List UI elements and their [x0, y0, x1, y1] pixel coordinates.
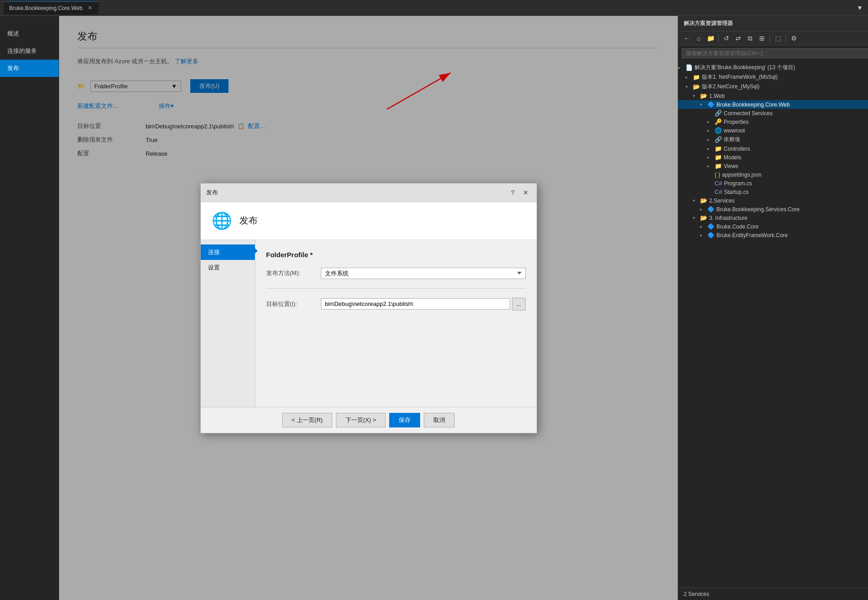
- project-web-label: Bruke.Bookkeeping.Core.Web: [716, 102, 790, 108]
- sidebar-item-overview[interactable]: 概述: [0, 25, 59, 42]
- browse-button[interactable]: ...: [512, 298, 526, 310]
- sidebar-item-connected-services[interactable]: 连接的服务: [0, 42, 59, 60]
- tree-solution-root[interactable]: ▸ 📄 解决方案'Bruke.Bookkeeping' (13 个项目): [678, 63, 868, 72]
- search-input[interactable]: [682, 48, 868, 58]
- dialog-close-button[interactable]: ✕: [520, 187, 531, 198]
- main-content: 发布 将应用发布到 Azure 或另一台主机。 了解更多 📁 FolderPro…: [59, 16, 678, 600]
- target-dir-label: 目标位置(I):: [266, 300, 321, 308]
- dropdown-btn[interactable]: ▼: [855, 3, 864, 12]
- code-core-label: Bruke.Code.Core: [716, 224, 759, 230]
- dialog-nav-connect[interactable]: 连接: [201, 244, 255, 260]
- home-btn[interactable]: ⌂: [694, 33, 704, 43]
- controllers-label: Controllers: [724, 146, 750, 152]
- wwwroot-label: wwwroot: [724, 127, 745, 134]
- project-icon: 🔷: [707, 101, 715, 108]
- tab-close-btn[interactable]: ✕: [86, 5, 93, 12]
- prog-expand-icon: [707, 181, 715, 186]
- tree-wwwroot[interactable]: ▸ 🌐 wwwroot: [678, 126, 868, 135]
- tree-program[interactable]: C# Program.cs: [678, 179, 868, 188]
- form-section-title: FolderProfile *: [266, 251, 526, 259]
- props-folder-icon: 🔑: [715, 118, 722, 125]
- dialog-form: FolderProfile * 发布方法(M): 文件系统 FTP Web 部署: [255, 240, 537, 407]
- app-expand-icon: [707, 172, 715, 177]
- views-icon: 📁: [715, 163, 722, 169]
- v2-folder-icon: 📂: [693, 83, 700, 90]
- solution-label: 解决方案'Bruke.Bookkeeping' (13 个项目): [695, 64, 795, 71]
- cs-startup-icon: C#: [715, 188, 722, 195]
- panel-header: 解决方案资源管理器: [678, 16, 868, 31]
- v1-folder-icon: 📁: [693, 74, 700, 81]
- tree-version2[interactable]: ▾ 📂 版本2.NetCore_(MySql): [678, 82, 868, 92]
- globe-icon: 🌐: [212, 211, 232, 230]
- title-bar-right: ▼: [855, 3, 864, 12]
- dialog-nav-settings[interactable]: 设置: [201, 260, 255, 275]
- ef-core-label: Bruke.EntityFrameWork.Core: [716, 232, 788, 239]
- left-sidebar: 概述 连接的服务 发布: [0, 16, 59, 600]
- connected-icon: 🔗: [715, 110, 722, 117]
- props-expand-icon: ▸: [707, 119, 715, 124]
- tree-models[interactable]: ▸ 📁 Models: [678, 153, 868, 162]
- tree-version1[interactable]: ▸ 📁 版本1. NetFrameWork_(MsSql): [678, 72, 868, 82]
- folder-btn[interactable]: 📁: [706, 33, 716, 43]
- cancel-button[interactable]: 取消: [424, 413, 455, 427]
- settings-btn[interactable]: ⚙: [789, 33, 799, 43]
- tree-appsettings[interactable]: { } appsettings.json: [678, 170, 868, 179]
- code-core-icon: 🔷: [707, 223, 715, 230]
- dialog-header-title: 发布: [239, 214, 258, 227]
- ef-core-icon: 🔷: [707, 232, 715, 239]
- view-btn[interactable]: ⊞: [757, 33, 767, 43]
- tree-ef-core[interactable]: ▸ 🔷 Bruke.EntityFrameWork.Core: [678, 231, 868, 239]
- services-label: 2.Services: [709, 198, 735, 204]
- dialog-title-label: 发布: [206, 188, 218, 197]
- sidebar-item-publish[interactable]: 发布: [0, 60, 59, 77]
- dialog-footer: < 上一页(R) 下一页(X) > 保存 取消: [201, 407, 537, 433]
- connected-services-label: Connected Services: [724, 110, 772, 117]
- toolbar-sep2: [770, 34, 770, 42]
- tree-startup[interactable]: C# Startup.cs: [678, 188, 868, 196]
- dep-expand-icon: ▸: [707, 137, 715, 142]
- tree-code-core[interactable]: ▸ 🔷 Bruke.Code.Core: [678, 222, 868, 231]
- dependencies-label: 依赖项: [724, 136, 740, 143]
- solution-icon: 📄: [685, 64, 693, 71]
- appsettings-label: appsettings.json: [722, 172, 761, 178]
- copy-btn[interactable]: ⧉: [745, 33, 755, 43]
- tree-project-web[interactable]: ▾ 🔷 Bruke.Bookkeeping.Core.Web: [678, 100, 868, 109]
- tree-connected-services[interactable]: 🔗 Connected Services: [678, 109, 868, 117]
- next-button[interactable]: 下一页(X) >: [336, 413, 386, 427]
- dep-icon: 🔗: [715, 136, 722, 143]
- tree-properties[interactable]: ▸ 🔑 Properties: [678, 117, 868, 126]
- method-select[interactable]: 文件系统 FTP Web 部署: [321, 268, 526, 279]
- tree-3infrastructure[interactable]: ▾ 📂 3. Infrastructure: [678, 214, 868, 222]
- dialog-help-button[interactable]: ?: [508, 187, 518, 198]
- method-label: 发布方法(M):: [266, 269, 321, 277]
- tree-1web[interactable]: ▾ 📂 1.Web: [678, 92, 868, 100]
- back-btn[interactable]: ←: [682, 33, 692, 43]
- tree-2services[interactable]: ▾ 📂 2.Services: [678, 196, 868, 205]
- tree-controllers[interactable]: ▸ 📁 Controllers: [678, 144, 868, 153]
- active-tab[interactable]: Bruke.Bookkeeping.Core.Web ✕: [4, 1, 99, 15]
- monitor-btn[interactable]: ⬚: [773, 33, 783, 43]
- views-expand-icon: ▸: [707, 163, 715, 168]
- refresh-btn[interactable]: ↺: [721, 33, 731, 43]
- save-button[interactable]: 保存: [389, 413, 420, 427]
- infra-expand-icon: ▾: [693, 215, 700, 220]
- tree-dependencies[interactable]: ▸ 🔗 依赖项: [678, 135, 868, 144]
- target-dir-input[interactable]: [321, 298, 510, 310]
- form-row-target: 目标位置(I): ...: [266, 298, 526, 310]
- solution-tree: ▸ 📄 解决方案'Bruke.Bookkeeping' (13 个项目) ▸ 📁…: [678, 61, 868, 588]
- web-expand-icon: ▾: [693, 93, 700, 98]
- root-expand-icon: ▸: [678, 65, 685, 70]
- tree-views[interactable]: ▸ 📁 Views: [678, 162, 868, 170]
- v1-label: 版本1. NetFrameWork_(MsSql): [702, 73, 777, 81]
- services-core-label: Bruke.Bookkeeping.Services.Core: [716, 206, 800, 213]
- sync-btn[interactable]: ⇄: [733, 33, 743, 43]
- prev-button[interactable]: < 上一页(R): [282, 413, 332, 427]
- ctrl-expand-icon: ▸: [707, 146, 715, 151]
- dialog-header: 🌐 发布: [201, 202, 537, 240]
- tree-services-core[interactable]: ▸ 🔷 Bruke.Bookkeeping.Services.Core: [678, 205, 868, 214]
- services-count-badge: 2 Services: [678, 588, 868, 600]
- svc-core-icon: 🔷: [707, 206, 715, 213]
- www-expand-icon: ▸: [707, 128, 715, 133]
- dialog-overlay: 发布 ? ✕ 🌐 发布 连接: [59, 16, 678, 600]
- ctrl-icon: 📁: [715, 145, 722, 152]
